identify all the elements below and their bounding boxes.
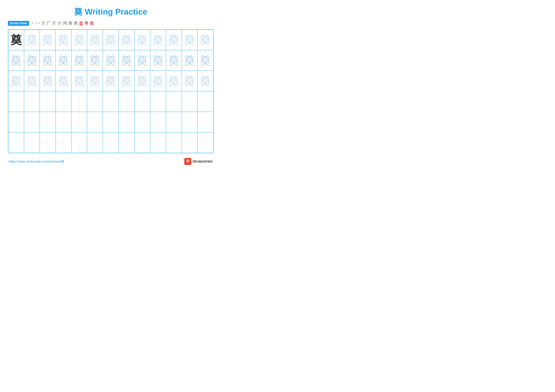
grid-cell[interactable]: 奠 (197, 71, 213, 91)
grid-cell[interactable]: 奠 (166, 50, 182, 71)
grid-cell[interactable]: 奠 (87, 50, 103, 71)
grid-cell[interactable]: 奠 (87, 29, 103, 50)
practice-char: 奠 (105, 75, 117, 87)
grid-cell[interactable]: 奠 (56, 29, 71, 50)
grid-cell[interactable] (24, 132, 40, 153)
grid-cell[interactable]: 奠 (182, 71, 197, 91)
grid-cell[interactable] (134, 112, 150, 132)
grid-cell[interactable] (40, 91, 56, 112)
grid-cell[interactable]: 奠 (56, 50, 71, 71)
grid-cell[interactable]: 奠 (134, 50, 150, 71)
grid-cell[interactable] (8, 132, 24, 153)
grid-cell[interactable]: 奠 (197, 50, 213, 71)
grid-cell[interactable] (56, 132, 71, 153)
grid-cell[interactable] (166, 132, 182, 153)
grid-cell[interactable] (103, 112, 119, 132)
practice-char: 奠 (42, 55, 53, 66)
grid-cell[interactable]: 奠 (103, 50, 119, 71)
practice-char: 奠 (121, 34, 132, 46)
grid-cell[interactable] (150, 112, 166, 132)
grid-cell[interactable] (24, 91, 40, 112)
grid-cell[interactable]: 奠 (8, 29, 24, 50)
footer-logo: 字 StrokeOrder (184, 158, 213, 165)
grid-cell[interactable]: 奠 (150, 29, 166, 50)
stroke-3: 兰 (41, 21, 45, 26)
grid-cell[interactable] (150, 132, 166, 153)
grid-cell[interactable] (40, 132, 56, 153)
grid-cell[interactable]: 奠 (119, 50, 134, 71)
grid-cell[interactable]: 奠 (40, 50, 56, 71)
grid-cell[interactable] (87, 132, 103, 153)
grid-cell[interactable] (56, 91, 71, 112)
grid-cell[interactable] (182, 91, 197, 112)
practice-char: 奠 (105, 55, 117, 66)
grid-cell[interactable]: 奠 (197, 29, 213, 50)
stroke-order-chars: 丶 丷 兰 厂 斤 斤 丙 商 啇 奠 尊 奠 (31, 21, 94, 26)
grid-cell[interactable]: 奠 (71, 71, 87, 91)
grid-cell[interactable]: 奠 (103, 71, 119, 91)
practice-char: 奠 (152, 34, 164, 46)
practice-char: 奠 (89, 34, 101, 46)
stroke-4: 厂 (47, 21, 51, 26)
grid-cell[interactable] (8, 112, 24, 132)
practice-char: 奠 (10, 55, 22, 66)
grid-cell[interactable] (87, 112, 103, 132)
grid-cell[interactable]: 奠 (166, 29, 182, 50)
grid-cell[interactable] (8, 91, 24, 112)
grid-cell[interactable] (119, 112, 134, 132)
grid-cell[interactable]: 奠 (119, 71, 134, 91)
grid-cell[interactable]: 奠 (150, 50, 166, 71)
grid-cell[interactable] (71, 132, 87, 153)
practice-char: 奠 (200, 34, 211, 46)
grid-cell[interactable]: 奠 (8, 71, 24, 91)
grid-cell[interactable] (134, 132, 150, 153)
grid-cell[interactable]: 奠 (182, 50, 197, 71)
practice-char: 奠 (26, 55, 38, 66)
practice-char: 奠 (200, 75, 211, 87)
practice-char: 奠 (42, 34, 53, 46)
grid-cell[interactable]: 奠 (24, 50, 40, 71)
grid-cell[interactable] (197, 132, 213, 153)
grid-cell[interactable]: 奠 (134, 71, 150, 91)
grid-cell[interactable] (103, 91, 119, 112)
grid-cell[interactable]: 奠 (71, 50, 87, 71)
practice-char: 奠 (10, 75, 22, 87)
grid-cell[interactable] (24, 112, 40, 132)
grid-cell[interactable]: 奠 (87, 71, 103, 91)
grid-cell[interactable] (103, 132, 119, 153)
grid-cell[interactable]: 奠 (40, 71, 56, 91)
logo-text: StrokeOrder (193, 159, 213, 164)
grid-cell[interactable]: 奠 (166, 71, 182, 91)
grid-cell[interactable] (182, 112, 197, 132)
grid-cell[interactable] (71, 112, 87, 132)
grid-cell[interactable] (197, 112, 213, 132)
footer-url[interactable]: https://www.strokeorder.com/chinese/奠 (9, 159, 64, 164)
grid-cell[interactable]: 奠 (24, 71, 40, 91)
grid-cell[interactable] (150, 91, 166, 112)
practice-char: 奠 (26, 34, 38, 46)
grid-cell[interactable] (134, 91, 150, 112)
grid-cell[interactable] (71, 91, 87, 112)
grid-cell[interactable] (40, 112, 56, 132)
grid-cell[interactable]: 奠 (119, 29, 134, 50)
grid-cell[interactable]: 奠 (24, 29, 40, 50)
grid-cell[interactable] (182, 132, 197, 153)
grid-cell[interactable] (119, 132, 134, 153)
footer: https://www.strokeorder.com/chinese/奠 字 … (8, 158, 214, 165)
grid-cell[interactable] (87, 91, 103, 112)
grid-cell[interactable]: 奠 (182, 29, 197, 50)
grid-cell[interactable] (166, 112, 182, 132)
practice-char: 奠 (58, 75, 69, 87)
grid-cell[interactable]: 奠 (71, 29, 87, 50)
grid-cell[interactable]: 奠 (134, 29, 150, 50)
grid-cell[interactable]: 奠 (8, 50, 24, 71)
practice-char: 奠 (58, 55, 69, 66)
grid-cell[interactable]: 奠 (56, 71, 71, 91)
grid-cell[interactable]: 奠 (103, 29, 119, 50)
grid-cell[interactable] (166, 91, 182, 112)
grid-cell[interactable] (197, 91, 213, 112)
grid-cell[interactable] (119, 91, 134, 112)
grid-cell[interactable]: 奠 (150, 71, 166, 91)
grid-cell[interactable] (56, 112, 71, 132)
grid-cell[interactable]: 奠 (40, 29, 56, 50)
